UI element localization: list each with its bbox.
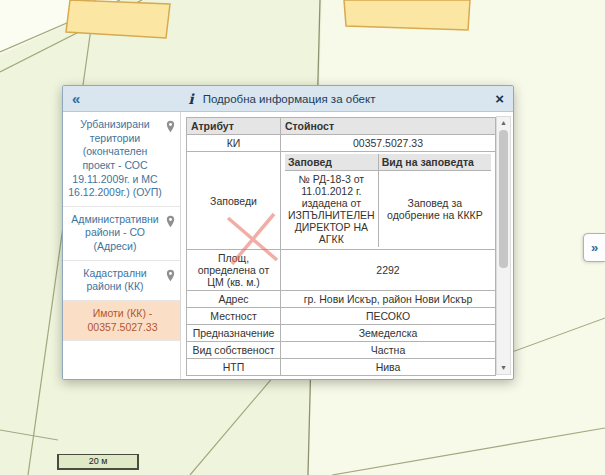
sidebar-item-label: Административни райони - СО (Адреси) xyxy=(68,213,162,254)
sidebar-item-urbanized-territories[interactable]: Урбанизирани територии (окончателен прое… xyxy=(63,112,180,207)
table-row: Вид собственост Частна xyxy=(187,342,496,359)
order-number: № РД-18-3 от 11.01.2012 г. издадена от И… xyxy=(285,171,378,248)
attr-name: Адрес xyxy=(187,291,281,308)
table-row: КИ 00357.5027.33 xyxy=(187,135,496,152)
attr-name: Заповеди xyxy=(187,152,281,250)
attr-value: Частна xyxy=(281,342,496,359)
attr-value: 2292 xyxy=(281,250,496,291)
attribute-table: Атрибут Стойност КИ 00357.5027.33 Запове… xyxy=(186,117,496,376)
table-header-row: Атрибут Стойност xyxy=(187,118,496,135)
table-row: Местност ПЕСОКО xyxy=(187,308,496,325)
map-pin-icon xyxy=(164,269,177,282)
map-application: « i Подробна информация за обект × Урбан… xyxy=(0,0,605,475)
panel-title: Подробна информация за обект xyxy=(203,93,376,105)
scroll-down-icon[interactable]: ▼ xyxy=(497,362,510,374)
table-scrollbar[interactable]: ▲ ▼ xyxy=(496,116,511,375)
sidebar-item-label: Урбанизирани територии (окончателен прое… xyxy=(68,118,162,200)
attr-value: Нива xyxy=(281,359,496,376)
building-polygon xyxy=(66,0,170,38)
map-pin-icon xyxy=(164,120,177,133)
table-row: Площ, определена от ЦМ (кв. м.) 2292 xyxy=(187,250,496,291)
building-polygon xyxy=(344,0,470,30)
table-row: Адрес гр. Нови Искър, район Нови Искър xyxy=(187,291,496,308)
sidebar-item-label: Кадастрални райони (КК) xyxy=(68,267,162,294)
attr-value: Земеделска xyxy=(281,325,496,342)
attr-name: КИ xyxy=(187,135,281,152)
attr-name: Местност xyxy=(187,308,281,325)
attr-name: Площ, определена от ЦМ (кв. м.) xyxy=(187,250,281,291)
value-header: Стойност xyxy=(281,118,496,135)
attr-value: 00357.5027.33 xyxy=(281,135,496,152)
orders-header-row: Заповед Вид на заповедта xyxy=(285,154,491,171)
orders-row: № РД-18-3 от 11.01.2012 г. издадена от И… xyxy=(285,171,491,248)
map-pin-icon xyxy=(164,215,177,228)
close-icon[interactable]: × xyxy=(495,91,504,106)
panel-body: Урбанизирани територии (окончателен прое… xyxy=(63,112,513,379)
scrollbar-thumb[interactable] xyxy=(499,130,508,268)
order-type: Заповед за одобрение на КККР xyxy=(378,171,491,248)
map-scale-bar: 20 м xyxy=(57,454,139,470)
expand-panel-button[interactable]: » xyxy=(583,233,605,262)
table-row: НТП Нива xyxy=(187,359,496,376)
layer-sidebar: Урбанизирани територии (окончателен прое… xyxy=(63,112,181,379)
object-info-panel: « i Подробна информация за обект × Урбан… xyxy=(62,85,514,380)
table-row: Заповеди Заповед Вид на заповедта № РД-1… xyxy=(187,152,496,250)
scroll-up-icon[interactable]: ▲ xyxy=(497,117,510,129)
attr-value: ПЕСОКО xyxy=(281,308,496,325)
panel-header: « i Подробна информация за обект × xyxy=(63,86,513,112)
attr-name: Вид собственост xyxy=(187,342,281,359)
table-row: Предназначение Земеделска xyxy=(187,325,496,342)
sidebar-item-label: Имоти (КК) - 00357.5027.33 xyxy=(68,307,177,334)
attr-name: Предназначение xyxy=(187,325,281,342)
collapse-panel-button[interactable]: « xyxy=(72,91,80,106)
sidebar-item-properties-selected[interactable]: Имоти (КК) - 00357.5027.33 xyxy=(63,301,180,341)
orders-cell: Заповед Вид на заповедта № РД-18-3 от 11… xyxy=(281,152,496,250)
attr-name: НТП xyxy=(187,359,281,376)
attribute-table-area: Атрибут Стойност КИ 00357.5027.33 Запове… xyxy=(181,112,513,379)
order-header: Заповед xyxy=(285,154,378,171)
orders-table: Заповед Вид на заповедта № РД-18-3 от 11… xyxy=(285,154,491,247)
sidebar-item-cadastral-regions[interactable]: Кадастрални райони (КК) xyxy=(63,261,180,301)
attr-value: гр. Нови Искър, район Нови Искър xyxy=(281,291,496,308)
order-type-header: Вид на заповедта xyxy=(378,154,491,171)
info-icon: i xyxy=(188,91,193,107)
sidebar-item-admin-regions[interactable]: Административни райони - СО (Адреси) xyxy=(63,207,180,261)
attr-header: Атрибут xyxy=(187,118,281,135)
